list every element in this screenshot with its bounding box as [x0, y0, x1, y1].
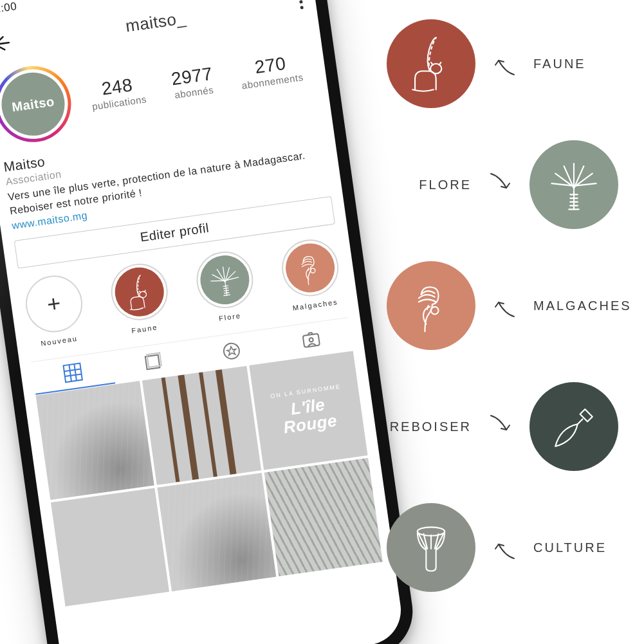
- legend-circle-flore: [529, 140, 618, 229]
- post-thumbnail[interactable]: [142, 366, 261, 484]
- legend-circle-reboiser: [529, 382, 618, 471]
- post-thumbnail[interactable]: ON LA SURNOMME L'îleRouge: [249, 351, 367, 470]
- photo-of-you-icon: [300, 329, 322, 351]
- legend-label-faune: FAUNE: [533, 57, 586, 71]
- legend-label-flore: FLORE: [419, 178, 472, 192]
- ravinala-icon: [203, 258, 247, 302]
- legend-circle-culture: [387, 503, 475, 592]
- legend-circle-malgaches: [387, 261, 475, 350]
- svg-rect-11: [302, 333, 319, 347]
- profile-avatar[interactable]: Maitso: [0, 61, 76, 147]
- edit-profile-label: Editer profil: [139, 221, 210, 245]
- highlight-new[interactable]: + Nouveau: [22, 272, 87, 349]
- legend-item-flore: FLORE: [387, 140, 618, 229]
- legend-label-malgaches: MALGACHES: [533, 299, 632, 313]
- svg-line-7: [65, 374, 82, 376]
- svg-line-6: [64, 369, 81, 371]
- headwrap-icon: [288, 246, 332, 290]
- lemur-icon: [400, 33, 462, 95]
- arrow-icon: [490, 291, 519, 320]
- legend-item-faune: FAUNE: [387, 19, 618, 108]
- arrow-icon: [486, 170, 515, 199]
- svg-line-4: [69, 365, 72, 382]
- post-thumbnail[interactable]: [36, 381, 154, 499]
- highlight-flore-label: Flore: [218, 311, 241, 322]
- trowel-icon: [543, 396, 605, 457]
- avatar-label: Maitso: [11, 94, 55, 115]
- arrow-icon: [486, 412, 515, 441]
- back-button[interactable]: [0, 30, 14, 58]
- phone-mockup: 12:00 maitso_ Maitso: [0, 0, 418, 644]
- post-thumbnail[interactable]: [51, 488, 169, 606]
- feed-icon: [142, 352, 163, 373]
- svg-point-12: [309, 338, 313, 342]
- headwrap-icon: [400, 275, 462, 336]
- svg-rect-3: [64, 363, 82, 382]
- highlight-malgaches-label: Malgaches: [292, 298, 338, 312]
- highlight-faune-label: Faune: [131, 324, 158, 335]
- grid-icon: [62, 362, 84, 383]
- highlight-faune[interactable]: Faune: [107, 260, 173, 336]
- svg-line-5: [75, 364, 77, 381]
- stats-followers[interactable]: 2977 abonnés: [170, 63, 215, 100]
- highlight-new-label: Nouveau: [41, 335, 78, 347]
- status-time: 12:00: [0, 0, 18, 17]
- legend-label-culture: CULTURE: [533, 540, 607, 555]
- lemur-icon: [118, 270, 161, 314]
- legend-circle-faune: [387, 19, 475, 108]
- post-thumbnail[interactable]: [264, 457, 382, 576]
- arrow-icon: [490, 533, 519, 562]
- legend-item-culture: CULTURE: [387, 503, 618, 592]
- highlight-malgaches[interactable]: Malgaches: [278, 236, 344, 313]
- ravinala-icon: [543, 154, 605, 216]
- stats-posts[interactable]: 248 publications: [89, 73, 147, 111]
- more-options-button[interactable]: [299, 0, 304, 9]
- plus-icon: +: [47, 303, 60, 305]
- profile-username[interactable]: maitso_: [124, 8, 187, 36]
- arrow-icon: [490, 49, 519, 78]
- legend-item-reboiser: REBOISER: [387, 382, 618, 471]
- highlight-flore[interactable]: Flore: [193, 248, 259, 325]
- stats-following[interactable]: 270 abonnements: [238, 51, 304, 91]
- posts-grid: ON LA SURNOMME L'îleRouge: [36, 351, 383, 607]
- svg-point-10: [223, 342, 241, 360]
- djembe-icon: [400, 517, 462, 578]
- post-thumbnail[interactable]: [158, 473, 276, 591]
- legend-item-malgaches: MALGACHES: [387, 261, 618, 350]
- legend-label-reboiser: REBOISER: [390, 419, 472, 434]
- highlight-legend: FAUNE FLORE MALGACHES REBOISER: [387, 19, 618, 592]
- star-circle-icon: [221, 340, 243, 362]
